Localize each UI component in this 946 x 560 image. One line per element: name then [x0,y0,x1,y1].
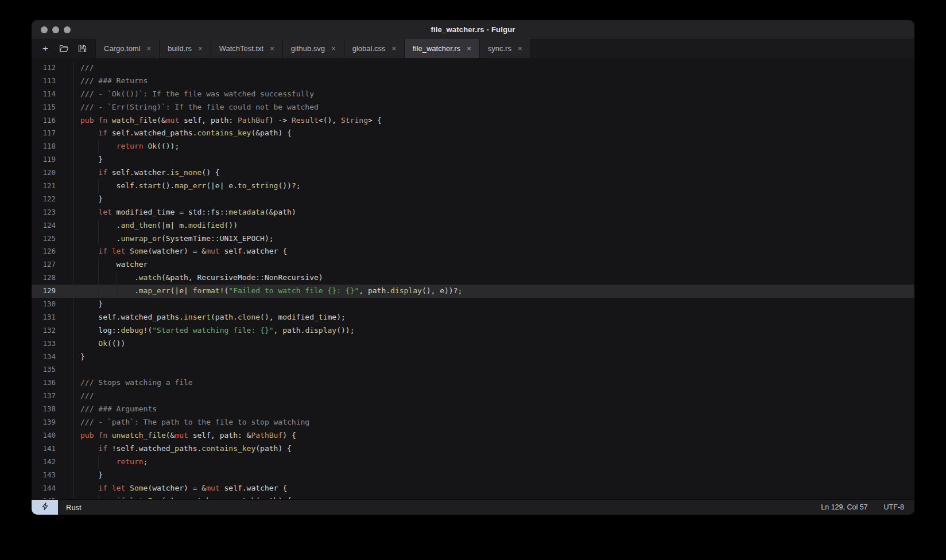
code-line[interactable]: 115/// - `Err(String)`: If the file coul… [32,101,914,114]
code-line[interactable]: 145 if let Err(e) = watcher.unwatch(path… [32,495,914,499]
line-number: 140 [32,429,73,442]
code-line[interactable]: 131 self.watched_paths.insert(path.clone… [32,311,914,324]
code-line[interactable]: 127 watcher [32,258,914,271]
code-line[interactable]: 130 } [32,298,914,311]
cursor-position[interactable]: Ln 129, Col 57 [821,503,867,511]
code-text: .watch(&path, RecursiveMode::NonRecursiv… [73,271,914,285]
code-line[interactable]: 128 .watch(&path, RecursiveMode::NonRecu… [32,271,914,285]
tab-global.css[interactable]: global.css× [344,39,405,58]
code-line[interactable]: 117 if self.watched_paths.contains_key(&… [32,127,914,140]
code-line[interactable]: 142 return; [32,456,914,469]
close-tab-icon[interactable]: × [331,45,336,52]
tab-WatchTest.txt[interactable]: WatchTest.txt× [211,39,283,58]
code-line[interactable]: 133 Ok(()) [32,337,914,351]
tab-label: build.rs [168,44,192,53]
code-line[interactable]: 118 return Ok(()); [32,140,914,153]
code-line[interactable]: 136/// Stops watching a file [32,376,914,390]
line-number: 115 [32,101,73,114]
tab-sync.rs[interactable]: sync.rs× [479,39,531,58]
indent-guide [117,271,117,285]
code-line[interactable]: 141 if !self.watched_paths.contains_key(… [32,442,914,456]
code-text: /// Stops watching a file [73,376,914,390]
new-tab-button[interactable]: + [37,41,53,56]
line-number: 128 [32,271,73,285]
line-number: 118 [32,140,73,153]
line-number: 133 [32,337,73,351]
line-number: 129 [32,285,73,298]
tab-label: global.css [352,44,386,53]
line-number: 139 [32,416,73,429]
line-number: 117 [32,127,73,140]
tab-build.rs[interactable]: build.rs× [159,39,211,58]
line-number: 126 [32,245,73,258]
line-number: 112 [32,61,73,75]
tab-Cargo.toml[interactable]: Cargo.toml× [95,39,160,58]
line-number: 114 [32,88,73,101]
line-number: 144 [32,482,73,495]
code-text: pub fn watch_file(&mut self, path: PathB… [73,114,914,127]
code-line[interactable]: 132 log::debug!("Started watching file: … [32,324,914,337]
indent-guide [98,456,99,469]
code-line[interactable]: 144 if let Some(watcher) = &mut self.wat… [32,482,914,495]
code-line[interactable]: 137/// [32,390,914,403]
code-text: pub fn unwatch_file(&mut self, path: &Pa… [73,429,914,442]
code-line[interactable]: 139/// - `path`: The path to the file to… [32,416,914,429]
code-line[interactable]: 113/// ### Returns [32,75,914,88]
close-window-button[interactable] [41,26,48,33]
close-tab-icon[interactable]: × [270,45,274,52]
quick-actions-button[interactable] [32,500,58,515]
line-number: 116 [32,114,73,127]
tab-label: sync.rs [488,44,511,53]
code-lines: 112///113/// ### Returns114/// - `Ok(())… [32,61,914,499]
line-number: 145 [32,495,73,499]
code-line[interactable]: 116pub fn watch_file(&mut self, path: Pa… [32,114,914,127]
code-text: log::debug!("Started watching file: {}",… [73,324,914,337]
line-number: 113 [32,75,73,88]
code-text: } [73,469,914,482]
close-tab-icon[interactable]: × [392,45,397,52]
code-line[interactable]: 143 } [32,469,914,482]
close-tab-icon[interactable]: × [467,45,471,52]
zoom-window-button[interactable] [64,26,71,33]
line-number: 135 [32,363,73,376]
indent-guide [98,180,99,193]
code-line[interactable]: 120 if self.watcher.is_none() { [32,166,914,180]
code-line[interactable]: 138/// ### Arguments [32,403,914,416]
code-line[interactable]: 114/// - `Ok(())`: If the file was watch… [32,88,914,101]
code-line[interactable]: 125 .unwrap_or(SystemTime::UNIX_EPOCH); [32,232,914,246]
line-number: 125 [32,232,73,246]
code-line[interactable]: 123 let modified_time = std::fs::metadat… [32,206,914,219]
code-text: /// [73,390,914,403]
indent-guide [98,285,99,298]
tab-file_watcher.rs[interactable]: file_watcher.rs× [404,39,480,58]
code-line[interactable]: 134} [32,351,914,364]
code-line[interactable]: 122 } [32,193,914,206]
code-text: /// ### Returns [73,75,914,88]
code-line[interactable]: 126 if let Some(watcher) = &mut self.wat… [32,245,914,258]
code-line[interactable]: 129 .map_err(|e| format!("Failed to watc… [32,285,914,298]
code-text: if let Some(watcher) = &mut self.watcher… [73,245,914,258]
tab-label: WatchTest.txt [219,44,264,53]
line-number: 142 [32,456,73,469]
language-indicator[interactable]: Rust [66,503,82,512]
code-text: /// [73,61,914,75]
code-line[interactable]: 135 [32,363,914,376]
save-button[interactable] [74,41,90,56]
minimize-window-button[interactable] [52,26,59,33]
code-text: /// - `Err(String)`: If the file could n… [73,101,914,114]
close-tab-icon[interactable]: × [198,45,203,52]
line-number: 132 [32,324,73,337]
code-line[interactable]: 112/// [32,61,914,75]
open-folder-button[interactable] [56,41,72,56]
code-text: watcher [73,258,914,271]
code-line[interactable]: 140pub fn unwatch_file(&mut self, path: … [32,429,914,442]
code-line[interactable]: 124 .and_then(|m| m.modified()) [32,219,914,232]
code-line[interactable]: 119 } [32,153,914,166]
status-bar: Rust Ln 129, Col 57 UTF-8 [32,499,914,515]
encoding-indicator[interactable]: UTF-8 [884,503,904,511]
close-tab-icon[interactable]: × [147,45,152,52]
code-line[interactable]: 121 self.start().map_err(|e| e.to_string… [32,180,914,193]
close-tab-icon[interactable]: × [518,45,522,52]
tab-github.svg[interactable]: github.svg× [282,39,344,58]
line-number: 138 [32,403,73,416]
